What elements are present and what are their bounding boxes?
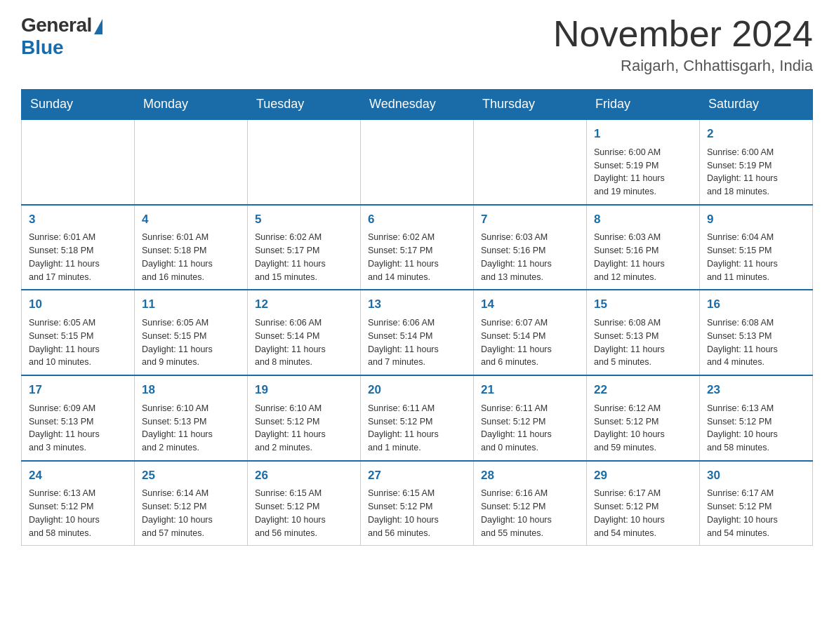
day-number: 8	[594, 211, 692, 229]
calendar-cell: 23Sunrise: 6:13 AM Sunset: 5:12 PM Dayli…	[700, 375, 813, 461]
day-info: Sunrise: 6:13 AM Sunset: 5:12 PM Dayligh…	[707, 402, 805, 455]
logo-general-text: General	[21, 14, 92, 36]
calendar-cell: 15Sunrise: 6:08 AM Sunset: 5:13 PM Dayli…	[587, 290, 700, 375]
calendar-cell: 30Sunrise: 6:17 AM Sunset: 5:12 PM Dayli…	[700, 461, 813, 546]
day-info: Sunrise: 6:16 AM Sunset: 5:12 PM Dayligh…	[481, 487, 579, 539]
calendar-cell: 21Sunrise: 6:11 AM Sunset: 5:12 PM Dayli…	[474, 375, 587, 461]
calendar-cell	[248, 119, 361, 205]
day-info: Sunrise: 6:14 AM Sunset: 5:12 PM Dayligh…	[142, 487, 240, 539]
calendar-cell: 28Sunrise: 6:16 AM Sunset: 5:12 PM Dayli…	[474, 461, 587, 546]
day-number: 12	[255, 296, 353, 314]
month-title: November 2024	[553, 14, 813, 54]
calendar-cell: 12Sunrise: 6:06 AM Sunset: 5:14 PM Dayli…	[248, 290, 361, 375]
day-info: Sunrise: 6:13 AM Sunset: 5:12 PM Dayligh…	[29, 487, 127, 539]
day-info: Sunrise: 6:00 AM Sunset: 5:19 PM Dayligh…	[594, 146, 692, 199]
calendar-table: SundayMondayTuesdayWednesdayThursdayFrid…	[21, 89, 813, 546]
day-number: 13	[368, 296, 466, 314]
weekday-header-thursday: Thursday	[474, 90, 587, 120]
calendar-cell: 9Sunrise: 6:04 AM Sunset: 5:15 PM Daylig…	[700, 205, 813, 290]
day-info: Sunrise: 6:02 AM Sunset: 5:17 PM Dayligh…	[255, 231, 353, 283]
day-number: 20	[368, 382, 466, 399]
week-row-4: 17Sunrise: 6:09 AM Sunset: 5:13 PM Dayli…	[22, 375, 813, 461]
calendar-cell: 1Sunrise: 6:00 AM Sunset: 5:19 PM Daylig…	[587, 119, 700, 205]
calendar-cell: 2Sunrise: 6:00 AM Sunset: 5:19 PM Daylig…	[700, 119, 813, 205]
day-info: Sunrise: 6:15 AM Sunset: 5:12 PM Dayligh…	[255, 487, 353, 539]
day-info: Sunrise: 6:02 AM Sunset: 5:17 PM Dayligh…	[368, 231, 466, 283]
day-number: 23	[707, 382, 805, 399]
day-info: Sunrise: 6:11 AM Sunset: 5:12 PM Dayligh…	[368, 402, 466, 455]
location-text: Raigarh, Chhattisgarh, India	[553, 57, 813, 75]
weekday-header-wednesday: Wednesday	[361, 90, 474, 120]
week-row-5: 24Sunrise: 6:13 AM Sunset: 5:12 PM Dayli…	[22, 461, 813, 546]
weekday-header-sunday: Sunday	[22, 90, 135, 120]
calendar-cell: 3Sunrise: 6:01 AM Sunset: 5:18 PM Daylig…	[22, 205, 135, 290]
day-number: 28	[481, 467, 579, 485]
calendar-cell	[22, 119, 135, 205]
day-info: Sunrise: 6:11 AM Sunset: 5:12 PM Dayligh…	[481, 402, 579, 455]
calendar-cell: 18Sunrise: 6:10 AM Sunset: 5:13 PM Dayli…	[135, 375, 248, 461]
day-info: Sunrise: 6:10 AM Sunset: 5:12 PM Dayligh…	[255, 402, 353, 455]
calendar-cell: 10Sunrise: 6:05 AM Sunset: 5:15 PM Dayli…	[22, 290, 135, 375]
day-number: 30	[707, 467, 805, 485]
calendar-cell: 7Sunrise: 6:03 AM Sunset: 5:16 PM Daylig…	[474, 205, 587, 290]
day-info: Sunrise: 6:07 AM Sunset: 5:14 PM Dayligh…	[481, 316, 579, 369]
weekday-header-friday: Friday	[587, 90, 700, 120]
calendar-cell	[361, 119, 474, 205]
day-number: 17	[29, 382, 127, 399]
day-info: Sunrise: 6:15 AM Sunset: 5:12 PM Dayligh…	[368, 487, 466, 539]
day-number: 24	[29, 467, 127, 485]
week-row-2: 3Sunrise: 6:01 AM Sunset: 5:18 PM Daylig…	[22, 205, 813, 290]
day-number: 7	[481, 211, 579, 229]
page-header: General Blue November 2024 Raigarh, Chha…	[21, 14, 813, 75]
calendar-cell: 22Sunrise: 6:12 AM Sunset: 5:12 PM Dayli…	[587, 375, 700, 461]
calendar-cell: 16Sunrise: 6:08 AM Sunset: 5:13 PM Dayli…	[700, 290, 813, 375]
day-info: Sunrise: 6:12 AM Sunset: 5:12 PM Dayligh…	[594, 402, 692, 455]
day-number: 16	[707, 296, 805, 314]
calendar-cell: 26Sunrise: 6:15 AM Sunset: 5:12 PM Dayli…	[248, 461, 361, 546]
week-row-3: 10Sunrise: 6:05 AM Sunset: 5:15 PM Dayli…	[22, 290, 813, 375]
day-number: 22	[594, 382, 692, 399]
calendar-cell: 8Sunrise: 6:03 AM Sunset: 5:16 PM Daylig…	[587, 205, 700, 290]
day-info: Sunrise: 6:17 AM Sunset: 5:12 PM Dayligh…	[594, 487, 692, 539]
day-info: Sunrise: 6:08 AM Sunset: 5:13 PM Dayligh…	[707, 316, 805, 369]
weekday-header-monday: Monday	[135, 90, 248, 120]
calendar-cell	[135, 119, 248, 205]
calendar-cell: 14Sunrise: 6:07 AM Sunset: 5:14 PM Dayli…	[474, 290, 587, 375]
day-number: 15	[594, 296, 692, 314]
day-info: Sunrise: 6:05 AM Sunset: 5:15 PM Dayligh…	[142, 316, 240, 369]
calendar-cell: 6Sunrise: 6:02 AM Sunset: 5:17 PM Daylig…	[361, 205, 474, 290]
day-number: 3	[29, 211, 127, 229]
day-info: Sunrise: 6:03 AM Sunset: 5:16 PM Dayligh…	[481, 231, 579, 283]
calendar-cell: 5Sunrise: 6:02 AM Sunset: 5:17 PM Daylig…	[248, 205, 361, 290]
day-number: 29	[594, 467, 692, 485]
day-number: 2	[707, 126, 805, 143]
calendar-cell: 25Sunrise: 6:14 AM Sunset: 5:12 PM Dayli…	[135, 461, 248, 546]
calendar-cell: 24Sunrise: 6:13 AM Sunset: 5:12 PM Dayli…	[22, 461, 135, 546]
day-number: 11	[142, 296, 240, 314]
day-info: Sunrise: 6:03 AM Sunset: 5:16 PM Dayligh…	[594, 231, 692, 283]
weekday-header-tuesday: Tuesday	[248, 90, 361, 120]
calendar-header-row: SundayMondayTuesdayWednesdayThursdayFrid…	[22, 90, 813, 120]
day-number: 14	[481, 296, 579, 314]
logo: General Blue	[21, 14, 102, 59]
day-info: Sunrise: 6:10 AM Sunset: 5:13 PM Dayligh…	[142, 402, 240, 455]
day-number: 5	[255, 211, 353, 229]
day-number: 26	[255, 467, 353, 485]
calendar-cell: 13Sunrise: 6:06 AM Sunset: 5:14 PM Dayli…	[361, 290, 474, 375]
day-info: Sunrise: 6:00 AM Sunset: 5:19 PM Dayligh…	[707, 146, 805, 199]
day-info: Sunrise: 6:17 AM Sunset: 5:12 PM Dayligh…	[707, 487, 805, 539]
week-row-1: 1Sunrise: 6:00 AM Sunset: 5:19 PM Daylig…	[22, 119, 813, 205]
logo-blue-text: Blue	[21, 36, 64, 59]
day-number: 27	[368, 467, 466, 485]
day-info: Sunrise: 6:06 AM Sunset: 5:14 PM Dayligh…	[255, 316, 353, 369]
calendar-cell: 11Sunrise: 6:05 AM Sunset: 5:15 PM Dayli…	[135, 290, 248, 375]
title-section: November 2024 Raigarh, Chhattisgarh, Ind…	[553, 14, 813, 75]
day-info: Sunrise: 6:05 AM Sunset: 5:15 PM Dayligh…	[29, 316, 127, 369]
day-info: Sunrise: 6:01 AM Sunset: 5:18 PM Dayligh…	[29, 231, 127, 283]
day-info: Sunrise: 6:06 AM Sunset: 5:14 PM Dayligh…	[368, 316, 466, 369]
logo-triangle-icon	[94, 19, 102, 34]
calendar-cell: 20Sunrise: 6:11 AM Sunset: 5:12 PM Dayli…	[361, 375, 474, 461]
day-number: 9	[707, 211, 805, 229]
calendar-cell: 4Sunrise: 6:01 AM Sunset: 5:18 PM Daylig…	[135, 205, 248, 290]
day-number: 1	[594, 126, 692, 143]
